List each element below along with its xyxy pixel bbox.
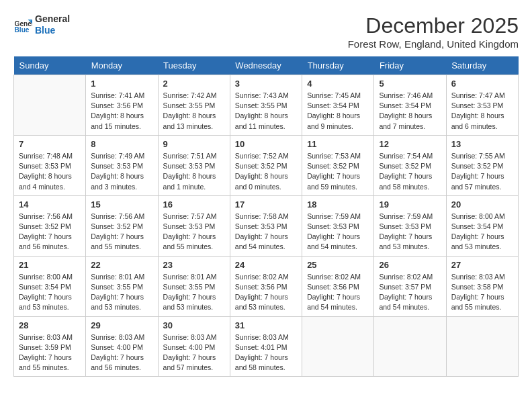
calendar-cell: 13Sunrise: 7:55 AMSunset: 3:52 PMDayligh… bbox=[446, 135, 518, 195]
header-friday: Friday bbox=[374, 56, 446, 75]
calendar-cell: 10Sunrise: 7:52 AMSunset: 3:52 PMDayligh… bbox=[230, 135, 302, 195]
day-number: 12 bbox=[379, 139, 441, 149]
calendar-header-row: SundayMondayTuesdayWednesdayThursdayFrid… bbox=[14, 56, 519, 75]
cell-content: Sunrise: 7:59 AMSunset: 3:53 PMDaylight:… bbox=[307, 212, 369, 253]
calendar-cell: 28Sunrise: 8:03 AMSunset: 3:59 PMDayligh… bbox=[14, 316, 86, 377]
calendar-cell: 14Sunrise: 7:56 AMSunset: 3:52 PMDayligh… bbox=[14, 195, 86, 256]
cell-content: Sunrise: 8:01 AMSunset: 3:55 PMDaylight:… bbox=[163, 272, 225, 313]
calendar-cell: 5Sunrise: 7:46 AMSunset: 3:54 PMDaylight… bbox=[374, 75, 446, 136]
cell-content: Sunrise: 7:56 AMSunset: 3:52 PMDaylight:… bbox=[91, 212, 152, 253]
cell-content: Sunrise: 7:54 AMSunset: 3:52 PMDaylight:… bbox=[379, 151, 441, 192]
cell-content: Sunrise: 8:03 AMSunset: 4:01 PMDaylight:… bbox=[235, 332, 297, 373]
day-number: 5 bbox=[379, 79, 441, 89]
cell-content: Sunrise: 8:03 AMSunset: 3:58 PMDaylight:… bbox=[451, 272, 513, 313]
calendar-cell: 18Sunrise: 7:59 AMSunset: 3:53 PMDayligh… bbox=[302, 195, 374, 256]
calendar-cell bbox=[374, 316, 446, 377]
day-number: 4 bbox=[307, 79, 369, 89]
header-tuesday: Tuesday bbox=[158, 56, 230, 75]
day-number: 26 bbox=[379, 260, 441, 270]
calendar-cell: 23Sunrise: 8:01 AMSunset: 3:55 PMDayligh… bbox=[158, 256, 230, 316]
day-number: 10 bbox=[235, 139, 297, 149]
header-saturday: Saturday bbox=[446, 56, 518, 75]
calendar-cell: 20Sunrise: 8:00 AMSunset: 3:54 PMDayligh… bbox=[446, 195, 518, 256]
calendar-cell: 17Sunrise: 7:58 AMSunset: 3:53 PMDayligh… bbox=[230, 195, 302, 256]
cell-content: Sunrise: 8:03 AMSunset: 4:00 PMDaylight:… bbox=[163, 332, 225, 373]
day-number: 19 bbox=[379, 199, 441, 210]
calendar-week-2: 7Sunrise: 7:48 AMSunset: 3:53 PMDaylight… bbox=[14, 135, 519, 195]
day-number: 1 bbox=[91, 79, 152, 89]
location: Forest Row, England, United Kingdom bbox=[348, 38, 519, 50]
header-wednesday: Wednesday bbox=[230, 56, 302, 75]
calendar-cell: 4Sunrise: 7:45 AMSunset: 3:54 PMDaylight… bbox=[302, 75, 374, 136]
day-number: 24 bbox=[235, 260, 297, 270]
calendar-cell bbox=[302, 316, 374, 377]
cell-content: Sunrise: 8:03 AMSunset: 4:00 PMDaylight:… bbox=[91, 332, 152, 373]
calendar-cell: 25Sunrise: 8:02 AMSunset: 3:56 PMDayligh… bbox=[302, 256, 374, 316]
cell-content: Sunrise: 7:55 AMSunset: 3:52 PMDaylight:… bbox=[451, 151, 513, 192]
day-number: 31 bbox=[235, 320, 297, 330]
day-number: 23 bbox=[163, 260, 225, 270]
calendar-cell: 6Sunrise: 7:47 AMSunset: 3:53 PMDaylight… bbox=[446, 75, 518, 136]
calendar-cell: 1Sunrise: 7:41 AMSunset: 3:56 PMDaylight… bbox=[86, 75, 158, 136]
logo: General Blue General Blue bbox=[13, 13, 70, 36]
month-title: December 2025 bbox=[348, 13, 519, 38]
calendar-week-3: 14Sunrise: 7:56 AMSunset: 3:52 PMDayligh… bbox=[14, 195, 519, 256]
cell-content: Sunrise: 8:00 AMSunset: 3:54 PMDaylight:… bbox=[19, 272, 81, 313]
day-number: 8 bbox=[91, 139, 152, 149]
day-number: 7 bbox=[19, 139, 81, 149]
cell-content: Sunrise: 8:02 AMSunset: 3:56 PMDaylight:… bbox=[307, 272, 369, 313]
cell-content: Sunrise: 7:46 AMSunset: 3:54 PMDaylight:… bbox=[379, 91, 441, 132]
calendar-cell: 29Sunrise: 8:03 AMSunset: 4:00 PMDayligh… bbox=[86, 316, 158, 377]
day-number: 3 bbox=[235, 79, 297, 89]
cell-content: Sunrise: 7:58 AMSunset: 3:53 PMDaylight:… bbox=[235, 212, 297, 253]
day-number: 28 bbox=[19, 320, 81, 330]
cell-content: Sunrise: 7:42 AMSunset: 3:55 PMDaylight:… bbox=[163, 91, 225, 132]
day-number: 29 bbox=[91, 320, 152, 330]
cell-content: Sunrise: 7:41 AMSunset: 3:56 PMDaylight:… bbox=[91, 91, 152, 132]
calendar-week-4: 21Sunrise: 8:00 AMSunset: 3:54 PMDayligh… bbox=[14, 256, 519, 316]
header-thursday: Thursday bbox=[302, 56, 374, 75]
cell-content: Sunrise: 7:47 AMSunset: 3:53 PMDaylight:… bbox=[451, 91, 513, 132]
calendar-cell: 26Sunrise: 8:02 AMSunset: 3:57 PMDayligh… bbox=[374, 256, 446, 316]
day-number: 6 bbox=[451, 79, 513, 89]
logo-blue: Blue bbox=[35, 25, 70, 36]
calendar-cell bbox=[14, 75, 86, 136]
day-number: 15 bbox=[91, 199, 152, 210]
cell-content: Sunrise: 7:51 AMSunset: 3:53 PMDaylight:… bbox=[163, 151, 225, 192]
cell-content: Sunrise: 8:03 AMSunset: 3:59 PMDaylight:… bbox=[19, 332, 81, 373]
cell-content: Sunrise: 7:48 AMSunset: 3:53 PMDaylight:… bbox=[19, 151, 81, 192]
calendar-week-5: 28Sunrise: 8:03 AMSunset: 3:59 PMDayligh… bbox=[14, 316, 519, 377]
cell-content: Sunrise: 7:57 AMSunset: 3:53 PMDaylight:… bbox=[163, 212, 225, 253]
cell-content: Sunrise: 7:59 AMSunset: 3:53 PMDaylight:… bbox=[379, 212, 441, 253]
calendar-cell: 24Sunrise: 8:02 AMSunset: 3:56 PMDayligh… bbox=[230, 256, 302, 316]
cell-content: Sunrise: 8:02 AMSunset: 3:57 PMDaylight:… bbox=[379, 272, 441, 313]
cell-content: Sunrise: 8:01 AMSunset: 3:55 PMDaylight:… bbox=[91, 272, 152, 313]
calendar-cell: 19Sunrise: 7:59 AMSunset: 3:53 PMDayligh… bbox=[374, 195, 446, 256]
calendar-cell: 8Sunrise: 7:49 AMSunset: 3:53 PMDaylight… bbox=[86, 135, 158, 195]
day-number: 14 bbox=[19, 199, 81, 210]
calendar-cell: 11Sunrise: 7:53 AMSunset: 3:52 PMDayligh… bbox=[302, 135, 374, 195]
day-number: 18 bbox=[307, 199, 369, 210]
logo-general: General bbox=[35, 13, 70, 25]
calendar-cell: 15Sunrise: 7:56 AMSunset: 3:52 PMDayligh… bbox=[86, 195, 158, 256]
day-number: 20 bbox=[451, 199, 513, 210]
cell-content: Sunrise: 7:45 AMSunset: 3:54 PMDaylight:… bbox=[307, 91, 369, 132]
cell-content: Sunrise: 8:00 AMSunset: 3:54 PMDaylight:… bbox=[451, 212, 513, 253]
calendar-week-1: 1Sunrise: 7:41 AMSunset: 3:56 PMDaylight… bbox=[14, 75, 519, 136]
day-number: 2 bbox=[163, 79, 225, 89]
calendar-cell: 27Sunrise: 8:03 AMSunset: 3:58 PMDayligh… bbox=[446, 256, 518, 316]
calendar-cell: 7Sunrise: 7:48 AMSunset: 3:53 PMDaylight… bbox=[14, 135, 86, 195]
header-sunday: Sunday bbox=[14, 56, 86, 75]
day-number: 22 bbox=[91, 260, 152, 270]
calendar-cell: 31Sunrise: 8:03 AMSunset: 4:01 PMDayligh… bbox=[230, 316, 302, 377]
cell-content: Sunrise: 7:43 AMSunset: 3:55 PMDaylight:… bbox=[235, 91, 297, 132]
day-number: 13 bbox=[451, 139, 513, 149]
cell-content: Sunrise: 7:49 AMSunset: 3:53 PMDaylight:… bbox=[91, 151, 152, 192]
day-number: 25 bbox=[307, 260, 369, 270]
calendar-cell: 22Sunrise: 8:01 AMSunset: 3:55 PMDayligh… bbox=[86, 256, 158, 316]
svg-text:Blue: Blue bbox=[15, 26, 30, 34]
cell-content: Sunrise: 7:56 AMSunset: 3:52 PMDaylight:… bbox=[19, 212, 81, 253]
calendar-cell: 12Sunrise: 7:54 AMSunset: 3:52 PMDayligh… bbox=[374, 135, 446, 195]
day-number: 11 bbox=[307, 139, 369, 149]
calendar-table: SundayMondayTuesdayWednesdayThursdayFrid… bbox=[13, 56, 519, 377]
